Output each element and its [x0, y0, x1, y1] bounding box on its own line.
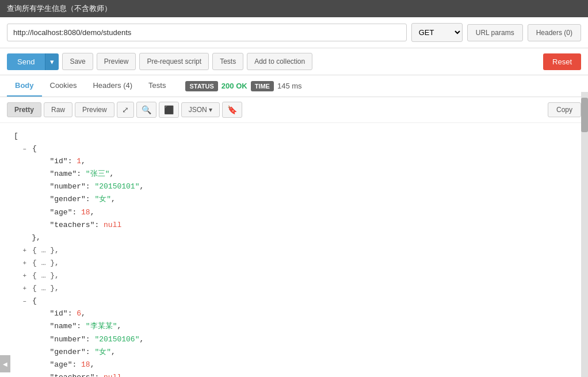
- collapse-btn-expand-2[interactable]: +: [23, 260, 27, 267]
- json-view: [ – { "id": 1, "name": "张三", "number": "…: [0, 123, 588, 377]
- url-params-button[interactable]: URL params: [467, 24, 523, 41]
- method-select[interactable]: GET POST PUT DELETE: [412, 24, 462, 41]
- fullscreen-button[interactable]: ⤢: [117, 102, 134, 118]
- json-number6-line: "number": "20150106",: [14, 333, 576, 346]
- json-obj1-open: – {: [14, 143, 576, 155]
- tab-body[interactable]: Body: [7, 75, 42, 97]
- toolbar: Send ▾ Save Preview Pre-request script T…: [0, 48, 588, 75]
- wrap-button[interactable]: ⬛: [159, 102, 179, 118]
- left-arrow-button[interactable]: ◀: [0, 355, 10, 372]
- response-toolbar: Pretty Raw Preview ⤢ 🔍 ⬛ JSON ▾ 🔖 Copy: [0, 97, 588, 123]
- view-preview-button[interactable]: Preview: [75, 102, 114, 117]
- view-raw-button[interactable]: Raw: [44, 102, 72, 117]
- json-line-bracket-open: [: [14, 130, 576, 143]
- top-bar-title: 查询所有学生信息（不含教师）: [7, 4, 112, 13]
- json-gender-line: "gender": "女",: [14, 193, 576, 206]
- json-collapsed-3: + { … },: [14, 270, 576, 282]
- json-teachers6-line: "teachers": null: [14, 371, 576, 377]
- json-number-line: "number": "20150101",: [14, 180, 576, 193]
- search-button[interactable]: 🔍: [136, 102, 156, 118]
- json-teachers-line: "teachers": null: [14, 219, 576, 232]
- preview-button[interactable]: Preview: [97, 53, 136, 70]
- time-value: 145 ms: [277, 82, 302, 90]
- json-obj6-open: – {: [14, 295, 576, 307]
- json-gender6-line: "gender": "女",: [14, 346, 576, 359]
- send-group: Send ▾: [7, 53, 59, 70]
- collapse-btn-expand-3[interactable]: +: [23, 272, 27, 279]
- json-id6-line: "id": 6,: [14, 307, 576, 320]
- tests-button[interactable]: Tests: [212, 53, 243, 70]
- collapse-btn-6[interactable]: –: [23, 298, 27, 305]
- tab-cookies[interactable]: Cookies: [42, 75, 85, 97]
- status-bar: STATUS 200 OK TIME 145 ms: [185, 81, 301, 91]
- save-button[interactable]: Save: [62, 53, 93, 70]
- status-label: STATUS: [185, 81, 217, 91]
- url-input[interactable]: [7, 24, 407, 41]
- scrollbar[interactable]: [581, 92, 588, 377]
- collapse-btn-1[interactable]: –: [23, 145, 27, 152]
- status-value: 200 OK: [222, 82, 247, 90]
- tab-headers[interactable]: Headers (4): [85, 75, 140, 97]
- method-selector[interactable]: GET POST PUT DELETE: [411, 23, 463, 42]
- prerequest-button[interactable]: Pre-request script: [139, 53, 209, 70]
- json-name6-line: "name": "李某某",: [14, 320, 576, 333]
- headers-button[interactable]: Headers (0): [528, 24, 581, 41]
- bookmark-button[interactable]: 🔖: [222, 102, 242, 118]
- json-age-line: "age": 18,: [14, 206, 576, 219]
- tab-tests[interactable]: Tests: [140, 75, 174, 97]
- json-collapsed-2: + { … },: [14, 257, 576, 270]
- format-select-button[interactable]: JSON ▾: [181, 102, 220, 117]
- url-bar: GET POST PUT DELETE URL params Headers (…: [0, 17, 588, 48]
- top-bar: 查询所有学生信息（不含教师）: [0, 0, 588, 17]
- collapse-btn-expand-4[interactable]: +: [23, 285, 27, 292]
- json-collapsed-1: + { … },: [14, 244, 576, 257]
- collapse-btn-expand-1[interactable]: +: [23, 247, 27, 254]
- copy-button[interactable]: Copy: [548, 102, 581, 117]
- time-label: TIME: [251, 81, 274, 91]
- send-button[interactable]: Send: [7, 53, 45, 70]
- json-id-line: "id": 1,: [14, 155, 576, 168]
- view-pretty-button[interactable]: Pretty: [7, 102, 41, 117]
- json-name-line: "name": "张三",: [14, 168, 576, 180]
- reset-button[interactable]: Reset: [543, 53, 581, 70]
- response-tabs: Body Cookies Headers (4) Tests STATUS 20…: [0, 75, 588, 97]
- add-collection-button[interactable]: Add to collection: [247, 53, 312, 70]
- send-dropdown-button[interactable]: ▾: [45, 53, 59, 70]
- json-obj1-close: },: [14, 232, 576, 244]
- scrollbar-thumb[interactable]: [581, 98, 588, 132]
- json-age6-line: "age": 18,: [14, 359, 576, 371]
- json-collapsed-4: + { … },: [14, 282, 576, 295]
